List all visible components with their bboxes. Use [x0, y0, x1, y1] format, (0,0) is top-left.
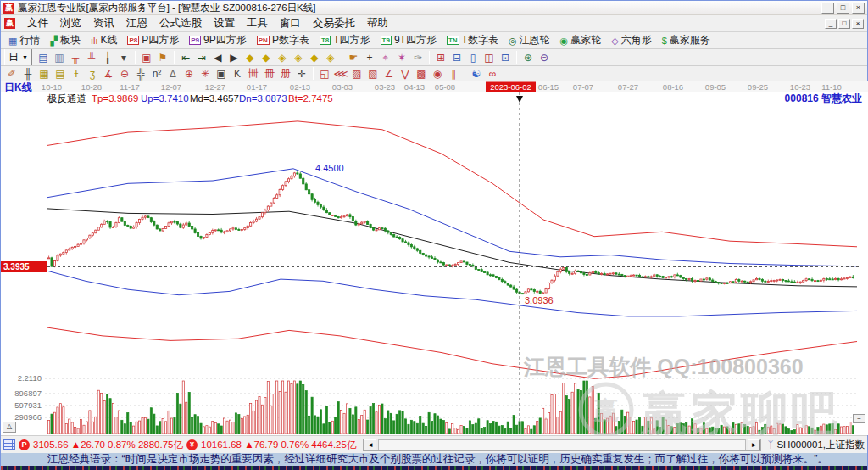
expand-pane-button[interactable]: △ — [3, 422, 16, 433]
yinyang-icon[interactable]: ☯ — [469, 66, 484, 81]
mdi-close-button[interactable]: × — [852, 19, 864, 29]
grid-lines-icon[interactable]: ╫ — [20, 66, 36, 81]
blue-screen-icon[interactable]: ▤ — [36, 50, 51, 64]
more-dropdown-icon[interactable]: ▾ — [116, 50, 131, 64]
magnify-tool-icon[interactable]: ⌖ — [378, 50, 393, 64]
kline-chart-svg[interactable]: 10-1010-2811-1712-0712-2701-1702-1303-03… — [1, 81, 868, 435]
web-icon[interactable]: ⊛ — [520, 50, 536, 64]
first-bar-icon[interactable]: ⇤ — [178, 50, 193, 64]
k-mark-icon[interactable]: Ƙ — [230, 66, 245, 81]
n-square-icon[interactable]: n² — [149, 66, 164, 81]
window-restore-button[interactable]: □ — [837, 3, 849, 14]
gann-box-icon[interactable]: ◱ — [317, 66, 332, 81]
mdi-restore-button[interactable]: □ — [838, 19, 850, 29]
menu-item-7[interactable]: 窗口 — [274, 15, 307, 31]
t-digit-table-button[interactable]: TNT数字表 — [442, 32, 503, 48]
window-grid-icon[interactable]: 册 — [278, 66, 293, 81]
red-bars-icon[interactable]: ╥ — [68, 50, 83, 64]
hexagon-button[interactable]: ◇六角形 — [607, 32, 655, 48]
winner-wheel-button[interactable]: ◉赢家轮 — [556, 32, 606, 48]
save-icon[interactable]: ◫ — [481, 50, 497, 64]
infinity-icon[interactable]: ∞ — [485, 66, 500, 81]
remote-pc-icon[interactable]: ⊜ — [537, 50, 552, 64]
rays-icon[interactable]: ⋘ — [333, 66, 348, 81]
mdi-minimize-button[interactable]: _ — [825, 19, 837, 29]
winner-service-button[interactable]: $赢家服务 — [658, 32, 715, 48]
sectors-button[interactable]: ▞板块 — [46, 32, 84, 48]
window-minimize-button[interactable]: – — [821, 3, 834, 14]
notebook-icon[interactable]: ▯ — [465, 50, 481, 64]
gann-pen-icon[interactable]: ✐ — [4, 66, 19, 81]
target-icon[interactable]: ⊕ — [181, 66, 197, 81]
t-square-button[interactable]: T8T四方形 — [315, 32, 375, 48]
angle-measure-icon[interactable]: ∡ — [101, 66, 116, 81]
window-close-button[interactable]: × — [852, 3, 865, 14]
menu-item-9[interactable]: 帮助 — [361, 15, 394, 31]
prev-bar-icon[interactable]: ◀ — [210, 50, 225, 64]
red-frame-icon[interactable]: ▣ — [139, 50, 154, 64]
menu-item-5[interactable]: 设置 — [208, 15, 241, 31]
current-index-label[interactable]: SH000001,上证指数 — [776, 439, 865, 451]
ruler-grid-icon[interactable]: ╬ — [133, 66, 148, 81]
scroll-left-button[interactable]: ◄ — [364, 439, 376, 450]
check-lines-icon[interactable]: ⋁ — [398, 66, 413, 81]
dense-grid-icon[interactable]: ▩ — [414, 66, 429, 81]
clipboard-icon[interactable]: ▥ — [52, 50, 67, 64]
menu-item-3[interactable]: 江恩 — [120, 15, 153, 31]
sz-index-quote[interactable]: 10161.68 ▲76.79 0.76% 4464.25亿 — [201, 439, 356, 451]
chart-area[interactable]: 10-1010-2811-1712-0712-2701-1702-1303-03… — [1, 81, 868, 435]
collapse-pane-button[interactable]: − — [853, 414, 865, 423]
gann-wheel-button[interactable]: ◎江恩轮 — [504, 32, 554, 48]
p9-square-button[interactable]: P99P四方形 — [185, 32, 250, 48]
chart-hscrollbar[interactable]: ◄ ► — [363, 439, 760, 451]
gann-grid-gold-icon[interactable]: ▦ — [36, 66, 52, 81]
period-dropdown[interactable]: 日 ▼ — [4, 49, 32, 66]
p-square-button[interactable]: P8P四方形 — [123, 32, 183, 48]
market-quotes-button[interactable]: ▦行情 — [4, 32, 44, 48]
compass-icon[interactable]: ∆ — [165, 66, 181, 81]
diamond-expand-icon[interactable]: ◈ — [275, 50, 290, 64]
menu-item-4[interactable]: 公式选股 — [153, 15, 208, 31]
printer-icon[interactable]: ⊡ — [498, 50, 513, 64]
t9-square-button[interactable]: T99T四方形 — [376, 32, 441, 48]
angle-line-icon[interactable]: ∠ — [381, 66, 397, 81]
star-burst-icon[interactable]: ✳ — [198, 66, 213, 81]
diamond-up-icon[interactable]: ◆ — [307, 50, 322, 64]
last-bar-icon[interactable]: ⇥ — [194, 50, 209, 64]
market-grid-icon[interactable] — [3, 439, 15, 450]
scroll-track[interactable] — [376, 439, 747, 450]
kline-button[interactable]: ılıK线 — [86, 32, 122, 48]
circle-arrow-icon[interactable]: ⊖ — [117, 66, 132, 81]
gann-grid2-gold-icon[interactable]: ▤ — [53, 66, 68, 81]
diamond-down-icon[interactable]: ◈ — [323, 50, 338, 64]
next-bar-icon[interactable]: ▶ — [226, 50, 242, 64]
calculator-icon[interactable]: ⊟ — [449, 50, 465, 64]
gann-spiral-icon[interactable]: ʒ — [85, 66, 100, 81]
diamond-left-icon[interactable]: ◆ — [242, 50, 258, 64]
price-grid-icon[interactable]: 卌 — [246, 66, 261, 81]
menu-item-6[interactable]: 工具 — [241, 15, 274, 31]
red-bars2-icon[interactable]: ╨ — [84, 50, 99, 64]
split-icon[interactable]: ✛ — [294, 66, 309, 81]
diamond-shrink-icon[interactable]: ◈ — [291, 50, 306, 64]
shade-grid-icon[interactable]: ▨ — [349, 66, 364, 81]
candle-small-icon[interactable]: ╽ — [100, 50, 115, 64]
menu-item-0[interactable]: 文件 — [21, 15, 54, 31]
flag-icon[interactable]: ⚑ — [155, 50, 170, 64]
boxed-chart-icon[interactable]: ▣ — [214, 66, 229, 81]
hand-tool-icon[interactable]: ☛ — [346, 50, 361, 64]
parallel-lines-icon[interactable]: ∥ — [446, 66, 461, 81]
scroll-thumb[interactable] — [378, 439, 745, 450]
circle-box-icon[interactable]: ◉ — [430, 66, 445, 81]
menu-item-1[interactable]: 浏览 — [54, 15, 87, 31]
crosshair-tool-icon[interactable]: + — [362, 50, 377, 64]
sh-index-quote[interactable]: 3105.66 ▲26.70 0.87% 2880.75亿 — [33, 439, 183, 451]
p-digit-table-button[interactable]: PNP数字表 — [253, 32, 314, 48]
menu-item-8[interactable]: 交易委托 — [307, 15, 361, 31]
price-grid2-icon[interactable]: 冊 — [262, 66, 277, 81]
calendar-icon[interactable]: ⊞ — [433, 50, 448, 64]
gann-f-icon[interactable]: Ŧ — [69, 66, 84, 81]
scroll-right-button[interactable]: ► — [748, 439, 760, 450]
gann-probe-icon[interactable]: ✶ — [394, 50, 409, 64]
ruler-tool-icon[interactable]: ✑ — [410, 50, 426, 64]
